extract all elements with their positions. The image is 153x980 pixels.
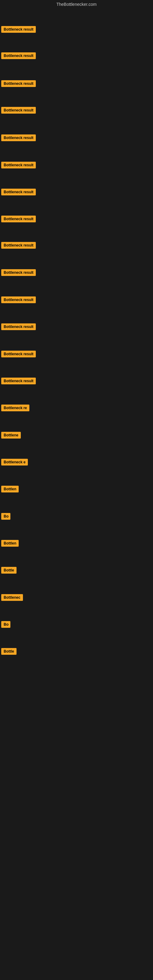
bottleneck-badge-7[interactable]: Bottleneck result (1, 189, 36, 196)
badge-wrapper-11: Bottleneck result (1, 296, 36, 304)
bottleneck-badge-19[interactable]: Bo (1, 513, 10, 520)
badge-wrapper-17: Bottleneck e (1, 459, 28, 467)
badge-wrapper-22: Bottlenec (1, 594, 23, 602)
badge-wrapper-19: Bo (1, 513, 10, 521)
badge-wrapper-15: Bottleneck re (1, 404, 29, 412)
badge-wrapper-4: Bottleneck result (1, 107, 36, 115)
bottleneck-badge-1[interactable]: Bottleneck result (1, 26, 36, 33)
badges-container: Bottleneck resultBottleneck resultBottle… (0, 9, 153, 980)
badge-wrapper-24: Bottle (1, 648, 16, 656)
bottleneck-badge-20[interactable]: Bottlen (1, 540, 19, 547)
bottleneck-badge-14[interactable]: Bottleneck result (1, 378, 36, 384)
site-title: TheBottlenecker.com (0, 0, 153, 9)
bottleneck-badge-15[interactable]: Bottleneck re (1, 404, 29, 411)
bottleneck-badge-12[interactable]: Bottleneck result (1, 323, 36, 330)
badge-wrapper-13: Bottleneck result (1, 351, 36, 359)
bottleneck-badge-13[interactable]: Bottleneck result (1, 351, 36, 357)
badge-wrapper-2: Bottleneck result (1, 52, 36, 60)
badge-wrapper-5: Bottleneck result (1, 134, 36, 142)
badge-wrapper-12: Bottleneck result (1, 323, 36, 331)
badge-wrapper-3: Bottleneck result (1, 80, 36, 88)
badge-wrapper-1: Bottleneck result (1, 26, 36, 34)
bottleneck-badge-16[interactable]: Bottlene (1, 432, 21, 439)
bottleneck-badge-21[interactable]: Bottle (1, 567, 16, 574)
badge-wrapper-21: Bottle (1, 567, 16, 575)
badge-wrapper-18: Bottlen (1, 486, 19, 494)
bottleneck-badge-23[interactable]: Bo (1, 621, 10, 628)
badge-wrapper-8: Bottleneck result (1, 216, 36, 224)
badge-wrapper-10: Bottleneck result (1, 269, 36, 277)
badge-wrapper-23: Bo (1, 621, 10, 629)
bottleneck-badge-22[interactable]: Bottlenec (1, 594, 23, 601)
bottleneck-badge-24[interactable]: Bottle (1, 648, 16, 655)
badge-wrapper-16: Bottlene (1, 432, 21, 440)
badge-wrapper-7: Bottleneck result (1, 189, 36, 197)
bottleneck-badge-4[interactable]: Bottleneck result (1, 107, 36, 114)
bottleneck-badge-18[interactable]: Bottlen (1, 486, 19, 492)
bottleneck-badge-5[interactable]: Bottleneck result (1, 134, 36, 141)
bottleneck-badge-6[interactable]: Bottleneck result (1, 162, 36, 169)
bottleneck-badge-3[interactable]: Bottleneck result (1, 80, 36, 87)
badge-wrapper-6: Bottleneck result (1, 162, 36, 170)
bottleneck-badge-8[interactable]: Bottleneck result (1, 216, 36, 222)
bottleneck-badge-11[interactable]: Bottleneck result (1, 296, 36, 303)
badge-wrapper-9: Bottleneck result (1, 242, 36, 250)
bottleneck-badge-17[interactable]: Bottleneck e (1, 459, 28, 466)
bottleneck-badge-10[interactable]: Bottleneck result (1, 269, 36, 276)
badge-wrapper-20: Bottlen (1, 540, 19, 548)
badge-wrapper-14: Bottleneck result (1, 378, 36, 385)
bottleneck-badge-2[interactable]: Bottleneck result (1, 52, 36, 59)
bottleneck-badge-9[interactable]: Bottleneck result (1, 242, 36, 249)
